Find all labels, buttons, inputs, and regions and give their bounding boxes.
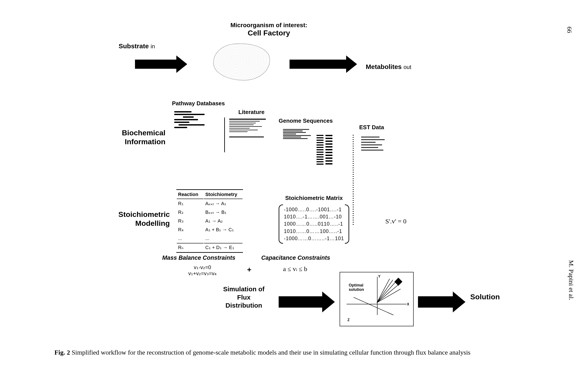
table-row: R₁Aₑₓₜ → A₁ bbox=[177, 200, 243, 208]
axis-x-label: X bbox=[407, 302, 409, 306]
table-row: R₂Bₑₓₜ → B₁ bbox=[177, 208, 243, 217]
solution-space-plot: Optimal solution Y X Z bbox=[340, 272, 414, 326]
table-row: R₃A₁ → A₂ bbox=[177, 217, 243, 225]
mass-balance-constraints-label: Mass Balance Constraints bbox=[162, 255, 235, 261]
pathway-databases-label: Pathway Databases bbox=[172, 100, 225, 107]
table-row: RₙC₁ + D₁ → E₁ bbox=[177, 243, 243, 252]
pathway-databases-icon bbox=[174, 110, 218, 145]
metabolites-label: Metabolites out bbox=[366, 63, 411, 70]
arrow-to-solution-space bbox=[279, 292, 335, 312]
reaction-table: Reaction Stoichiometry R₁Aₑₓₜ → A₁ R₂Bₑₓ… bbox=[176, 189, 243, 253]
solution-label: Solution bbox=[470, 293, 500, 301]
plus-symbol: + bbox=[247, 265, 252, 274]
arrow-substrate-in bbox=[135, 56, 187, 73]
arrow-metabolites-out bbox=[290, 56, 357, 73]
literature-label: Literature bbox=[238, 109, 265, 116]
axis-y-label: Y bbox=[378, 275, 380, 279]
reaction-table-header-stoichiometry: Stoichiometry bbox=[204, 190, 243, 199]
mass-balance-equations: v₁-v₂=0 v₁+v₂=v₃=v₄ bbox=[185, 264, 220, 277]
est-data-icon bbox=[353, 135, 409, 170]
capacitance-equation: a ≤ vᵢ ≤ b bbox=[283, 265, 307, 273]
optimal-solution-label: Optimal solution bbox=[349, 283, 364, 292]
table-row: ...... bbox=[177, 234, 243, 242]
substrate-label: Substrate in bbox=[119, 42, 155, 50]
axis-z-label: Z bbox=[347, 318, 350, 322]
literature-icon bbox=[224, 118, 270, 152]
page-number: 66 bbox=[566, 26, 573, 33]
arrow-to-solution bbox=[418, 292, 465, 312]
genome-sequences-label: Genome Sequences bbox=[279, 118, 333, 124]
section-stoichiometric-modelling: Stoichiometric Modelling bbox=[98, 210, 170, 228]
section-biochemical-information: Biochemical Information bbox=[94, 128, 166, 146]
reaction-table-header-reaction: Reaction bbox=[177, 190, 204, 199]
capacitance-constraints-label: Capacitance Constraints bbox=[261, 255, 330, 261]
table-row: R₄A₁ + B₁ → C₁ bbox=[177, 226, 243, 234]
cell-blob-icon bbox=[213, 43, 270, 80]
stoichiometric-matrix-label: Stoichiometric Matrix bbox=[285, 195, 343, 201]
stoichiometric-matrix: -1000…..0….-1001….-1 1010….-1…….001…-10 … bbox=[279, 204, 349, 244]
running-author: M. Papini et al. bbox=[567, 260, 575, 300]
steady-state-equation: S'.v' = 0 bbox=[385, 218, 406, 225]
microorganism-heading: Microorganism of interest: Cell Factory bbox=[219, 22, 319, 37]
genome-sequences-icon bbox=[283, 128, 344, 163]
simulation-flux-distribution-label: Simulation of Flux Distribution bbox=[213, 285, 274, 310]
est-data-label: EST Data bbox=[359, 124, 384, 131]
figure-caption: Fig. 2 Simplified workflow for the recon… bbox=[54, 348, 547, 357]
